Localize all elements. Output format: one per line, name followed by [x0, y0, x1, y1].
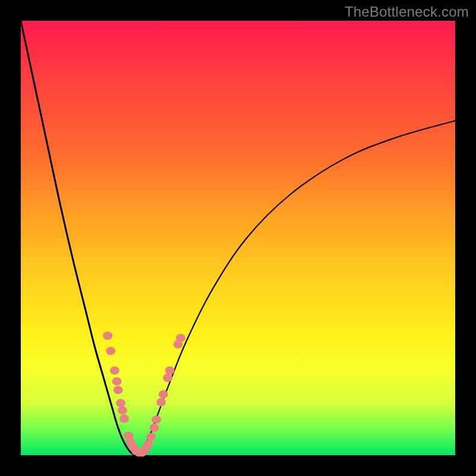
chart-svg [21, 21, 455, 455]
marker-layer [103, 331, 186, 456]
cluster-marker [110, 367, 120, 375]
cluster-marker [156, 398, 166, 406]
cluster-marker [176, 334, 186, 342]
cluster-marker [103, 331, 112, 340]
watermark-text: TheBottleneck.com [345, 4, 469, 20]
curve-layer [21, 21, 455, 455]
cluster-marker [116, 399, 126, 407]
cluster-marker [152, 415, 161, 424]
cluster-marker [158, 390, 168, 399]
plot-area [21, 21, 455, 455]
outer-black-frame: TheBottleneck.com [0, 0, 476, 476]
cluster-marker [165, 367, 174, 375]
cluster-marker [120, 415, 129, 423]
cluster-marker [163, 374, 173, 382]
cluster-marker [143, 440, 153, 449]
cluster-marker [106, 347, 115, 355]
cluster-marker [146, 433, 156, 441]
right-branch-curve [138, 121, 455, 455]
cluster-marker [114, 386, 123, 394]
cluster-marker [118, 406, 127, 415]
cluster-marker [112, 377, 121, 386]
cluster-marker [149, 424, 159, 432]
